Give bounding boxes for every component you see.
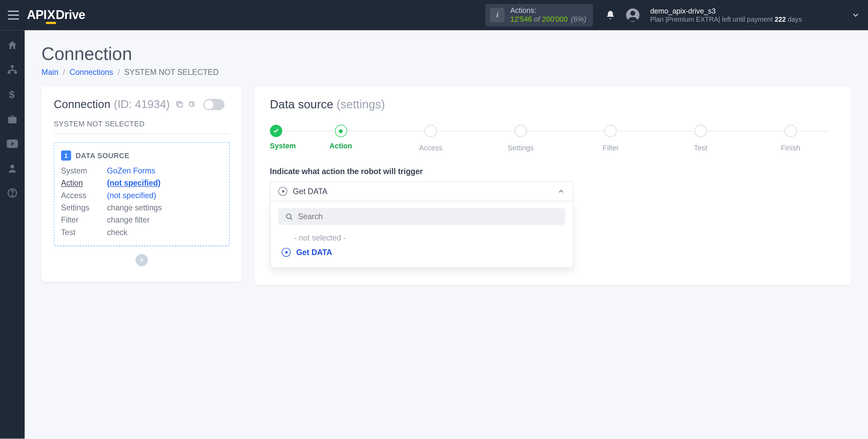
logo[interactable]: APIXDrive xyxy=(27,8,85,22)
crumb-current: SYSTEM NOT SELECTED xyxy=(124,68,219,77)
user-plan: Plan |Premium EXTRA| left until payment … xyxy=(650,16,802,24)
page-title: Connection xyxy=(41,44,851,64)
action-selected-value: Get DATA xyxy=(293,187,328,196)
step-label: Filter xyxy=(566,144,655,152)
nav-user-icon[interactable] xyxy=(6,162,18,174)
search-icon xyxy=(285,212,294,221)
svg-point-7 xyxy=(11,165,14,168)
svg-point-9 xyxy=(12,195,13,195)
ds-val-settings: change settings xyxy=(107,203,222,212)
connection-id: (ID: 41934) xyxy=(114,98,170,111)
left-rail: $ xyxy=(0,30,25,439)
chevron-down-icon[interactable] xyxy=(851,11,860,19)
action-search-input[interactable] xyxy=(298,212,558,221)
menu-toggle[interactable] xyxy=(8,11,19,19)
data-source-settings-card: Data source (settings) SystemActionAcces… xyxy=(254,87,851,285)
actions-count: 12'546 xyxy=(510,15,532,24)
info-icon: i xyxy=(490,8,505,22)
svg-rect-10 xyxy=(178,103,182,107)
ds-val-filter: change filter xyxy=(107,215,222,224)
step-system[interactable]: System xyxy=(270,125,296,150)
action-search[interactable] xyxy=(278,208,565,225)
actions-counter[interactable]: i Actions: 12'546 of 200'000 (6%) xyxy=(486,4,593,26)
crumb-main[interactable]: Main xyxy=(41,68,58,77)
chevron-up-icon xyxy=(557,187,565,195)
play-icon xyxy=(278,187,287,196)
top-bar: APIXDrive i Actions: 12'546 of 200'000 (… xyxy=(0,0,868,30)
svg-point-11 xyxy=(287,214,291,218)
add-destination-button[interactable]: + xyxy=(136,254,148,266)
step-label: Access xyxy=(386,144,476,152)
nav-home-icon[interactable] xyxy=(6,39,18,51)
breadcrumb: Main / Connections / SYSTEM NOT SELECTED xyxy=(41,68,851,77)
svg-text:$: $ xyxy=(9,89,15,100)
ds-key-filter: Filter xyxy=(61,215,107,224)
main-title: Data source xyxy=(270,98,333,111)
svg-rect-2 xyxy=(11,65,14,68)
svg-rect-4 xyxy=(14,71,17,74)
nav-help-icon[interactable] xyxy=(6,187,18,199)
action-instruction: Indicate what action the robot will trig… xyxy=(270,167,835,175)
nav-briefcase-icon[interactable] xyxy=(6,113,18,125)
step-label: System xyxy=(270,142,296,150)
actions-label: Actions: xyxy=(510,6,586,15)
nav-billing-icon[interactable]: $ xyxy=(6,88,18,101)
actions-pct: (6%) xyxy=(571,15,586,24)
connection-card: Connection (ID: 41934) SYSTEM NOT SELECT… xyxy=(41,87,242,282)
ds-key-action: Action xyxy=(61,179,107,187)
user-block[interactable]: demo_apix-drive_s3 Plan |Premium EXTRA| … xyxy=(650,7,802,24)
connection-toggle[interactable] xyxy=(203,99,225,110)
play-icon xyxy=(282,248,291,257)
avatar-icon[interactable] xyxy=(626,8,640,22)
step-label: Settings xyxy=(476,144,566,152)
logo-part-drive: Drive xyxy=(56,8,85,22)
ds-val-access[interactable]: (not specified) xyxy=(107,191,222,200)
logo-part-x: X xyxy=(47,8,55,22)
step-action[interactable]: Action xyxy=(296,125,386,150)
actions-total: 200'000 xyxy=(542,15,568,24)
step-settings[interactable]: Settings xyxy=(476,125,566,152)
nav-sitemap-icon[interactable] xyxy=(6,64,18,76)
data-source-box: 1 DATA SOURCE SystemGoZen FormsAction(no… xyxy=(54,142,230,246)
step-access[interactable]: Access xyxy=(386,125,476,152)
option-not-selected[interactable]: - not selected - xyxy=(278,230,565,245)
notifications-icon[interactable] xyxy=(605,10,615,20)
user-name: demo_apix-drive_s3 xyxy=(650,7,802,16)
connection-card-title: Connection xyxy=(54,98,111,111)
logo-part-api: API xyxy=(27,8,46,22)
svg-rect-3 xyxy=(8,71,11,74)
step-filter[interactable]: Filter xyxy=(566,125,655,152)
copy-icon[interactable] xyxy=(175,100,184,109)
step-finish[interactable]: Finish xyxy=(746,125,835,152)
action-dropdown: - not selected - Get DATA xyxy=(270,202,573,268)
main-subtitle: (settings) xyxy=(337,98,385,111)
ds-key-access: Access xyxy=(61,191,107,200)
gear-icon[interactable] xyxy=(187,100,196,109)
svg-point-1 xyxy=(630,11,635,16)
action-select: Get DATA - not selected - Get DATA xyxy=(270,181,573,268)
option-get-data[interactable]: Get DATA xyxy=(278,245,565,259)
ds-key-test: Test xyxy=(61,228,107,236)
ds-val-test: check xyxy=(107,228,222,236)
connection-status: SYSTEM NOT SELECTED xyxy=(54,120,230,128)
content: Connection Main / Connections / SYSTEM N… xyxy=(25,30,868,439)
action-select-head[interactable]: Get DATA xyxy=(270,181,573,201)
ds-val-action[interactable]: (not specified) xyxy=(107,179,222,187)
data-source-badge: 1 xyxy=(61,150,71,161)
step-label: Test xyxy=(656,144,746,152)
crumb-connections[interactable]: Connections xyxy=(70,68,113,77)
ds-key-system: System xyxy=(61,166,107,175)
stepper: SystemActionAccessSettingsFilterTestFini… xyxy=(270,125,835,152)
nav-youtube-icon[interactable] xyxy=(6,138,18,150)
step-label: Action xyxy=(296,142,386,150)
step-label: Finish xyxy=(746,144,835,152)
ds-val-system[interactable]: GoZen Forms xyxy=(107,166,222,175)
actions-of: of xyxy=(534,15,540,24)
ds-key-settings: Settings xyxy=(61,203,107,212)
data-source-title: DATA SOURCE xyxy=(76,151,130,160)
step-test[interactable]: Test xyxy=(656,125,746,152)
